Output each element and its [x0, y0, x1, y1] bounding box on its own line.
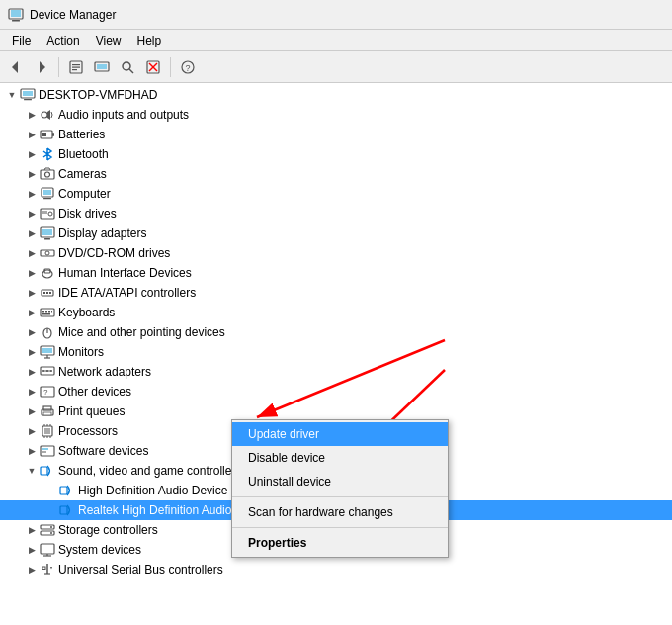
- svg-rect-45: [42, 311, 44, 312]
- svg-point-26: [45, 172, 50, 177]
- item-label-cameras: Cameras: [58, 167, 107, 181]
- svg-rect-65: [43, 412, 51, 415]
- svg-rect-47: [48, 311, 50, 312]
- svg-rect-44: [41, 309, 54, 316]
- item-label-batteries: Batteries: [58, 128, 105, 141]
- item-label-processors: Processors: [58, 424, 118, 438]
- svg-rect-46: [45, 311, 47, 312]
- menu-file[interactable]: File: [4, 32, 39, 49]
- tree-item-dvd[interactable]: ▶DVD/CD-ROM drives: [0, 243, 672, 263]
- device-icon-sound: [40, 463, 55, 479]
- tree-item-bluetooth[interactable]: ▶Bluetooth: [0, 144, 672, 164]
- device-icon-hda: [59, 483, 75, 498]
- forward-button[interactable]: [30, 55, 53, 79]
- expand-icon-realtek: [43, 502, 59, 518]
- tree-item-display[interactable]: ▶Display adapters: [0, 223, 672, 243]
- device-icon-hid: [40, 265, 55, 281]
- help-button[interactable]: ?: [176, 55, 200, 79]
- tree-item-hid[interactable]: ▶Human Interface Devices: [0, 263, 672, 283]
- svg-rect-84: [41, 544, 54, 554]
- expand-icon-other[interactable]: ▶: [24, 384, 40, 400]
- svg-rect-75: [42, 448, 48, 450]
- device-icon-dvd: [40, 245, 55, 261]
- device-icon-other: ?: [40, 384, 55, 400]
- root-expand-icon[interactable]: ▼: [4, 87, 20, 103]
- expand-icon-disk[interactable]: ▶: [24, 206, 40, 222]
- expand-icon-cameras[interactable]: ▶: [24, 166, 40, 182]
- expand-icon-display[interactable]: ▶: [24, 225, 40, 241]
- expand-icon-ide[interactable]: ▶: [24, 285, 40, 301]
- expand-icon-network[interactable]: ▶: [24, 364, 40, 380]
- tree-item-print[interactable]: ▶Print queues: [0, 402, 672, 421]
- svg-rect-48: [51, 311, 52, 312]
- expand-icon-bluetooth[interactable]: ▶: [24, 146, 40, 162]
- ctx-update-driver[interactable]: Update driver: [232, 422, 448, 446]
- device-icon-bluetooth: [40, 146, 55, 162]
- svg-rect-89: [42, 567, 45, 570]
- expand-icon-software[interactable]: ▶: [24, 443, 40, 459]
- tree-item-cameras[interactable]: ▶Cameras: [0, 164, 672, 184]
- ctx-scan-hardware[interactable]: Scan for hardware changes: [232, 500, 448, 524]
- expand-icon-computer[interactable]: ▶: [24, 186, 40, 202]
- tree-root[interactable]: ▼ DESKTOP-VMFDHAD: [0, 85, 672, 105]
- svg-rect-31: [42, 211, 47, 214]
- expand-icon-mice[interactable]: ▶: [24, 324, 40, 340]
- item-label-computer: Computer: [58, 187, 111, 201]
- expand-icon-system[interactable]: ▶: [24, 542, 40, 558]
- menu-help[interactable]: Help: [129, 32, 170, 49]
- tree-item-audio[interactable]: ▶Audio inputs and outputs: [0, 105, 672, 125]
- tree-item-ide[interactable]: ▶IDE ATA/ATAPI controllers: [0, 283, 672, 303]
- tree-item-batteries[interactable]: ▶Batteries: [0, 125, 672, 144]
- tree-item-computer[interactable]: ▶Computer: [0, 184, 672, 204]
- tree-item-monitors[interactable]: ▶Monitors: [0, 342, 672, 362]
- expand-icon-usb[interactable]: ▶: [24, 562, 40, 578]
- expand-icon-storage[interactable]: ▶: [24, 522, 40, 538]
- svg-rect-34: [42, 229, 52, 235]
- svg-point-58: [42, 370, 44, 372]
- item-label-storage: Storage controllers: [58, 523, 158, 537]
- svg-rect-10: [97, 64, 107, 69]
- scan-button[interactable]: [116, 55, 139, 79]
- tree-item-other[interactable]: ▶?Other devices: [0, 382, 672, 402]
- tree-item-mice[interactable]: ▶Mice and other pointing devices: [0, 322, 672, 342]
- item-label-hid: Human Interface Devices: [58, 266, 192, 280]
- device-icon-realtek: [59, 502, 75, 518]
- expand-icon-batteries[interactable]: ▶: [24, 127, 40, 142]
- ctx-uninstall-device[interactable]: Uninstall device: [232, 470, 448, 493]
- toolbar-sep-2: [170, 57, 171, 77]
- back-button[interactable]: [4, 55, 28, 79]
- tree-item-disk[interactable]: ▶Disk drives: [0, 204, 672, 223]
- expand-icon-sound[interactable]: ▼: [24, 463, 40, 479]
- menu-view[interactable]: View: [88, 32, 129, 49]
- ctx-properties[interactable]: Properties: [232, 531, 448, 555]
- root-label: DESKTOP-VMFDHAD: [39, 88, 157, 102]
- expand-icon-hda: [43, 483, 59, 498]
- svg-marker-3: [12, 61, 18, 73]
- tree-item-keyboards[interactable]: ▶Keyboards: [0, 303, 672, 322]
- expand-icon-monitors[interactable]: ▶: [24, 344, 40, 360]
- update-driver-button[interactable]: [90, 55, 114, 79]
- svg-rect-1: [12, 20, 20, 22]
- expand-icon-dvd[interactable]: ▶: [24, 245, 40, 261]
- ctx-sep-2: [232, 527, 448, 528]
- svg-point-11: [123, 62, 130, 70]
- properties-button[interactable]: [64, 55, 88, 79]
- item-label-ide: IDE ATA/ATAPI controllers: [58, 286, 196, 300]
- device-icon-monitors: [40, 344, 55, 360]
- expand-icon-print[interactable]: ▶: [24, 403, 40, 419]
- device-icon-print: [40, 403, 55, 419]
- expand-icon-processors[interactable]: ▶: [24, 423, 40, 439]
- expand-icon-audio[interactable]: ▶: [24, 107, 40, 123]
- svg-rect-78: [60, 487, 67, 494]
- item-label-display: Display adapters: [58, 226, 146, 240]
- svg-text:?: ?: [186, 63, 191, 73]
- device-icon-mice: [40, 324, 55, 340]
- remove-button[interactable]: [141, 55, 165, 79]
- item-label-other: Other devices: [58, 385, 131, 399]
- ctx-disable-device[interactable]: Disable device: [232, 446, 448, 470]
- expand-icon-keyboards[interactable]: ▶: [24, 305, 40, 320]
- menu-action[interactable]: Action: [39, 32, 87, 49]
- tree-item-usb[interactable]: ▶Universal Serial Bus controllers: [0, 560, 672, 580]
- expand-icon-hid[interactable]: ▶: [24, 265, 40, 281]
- tree-item-network[interactable]: ▶Network adapters: [0, 362, 672, 382]
